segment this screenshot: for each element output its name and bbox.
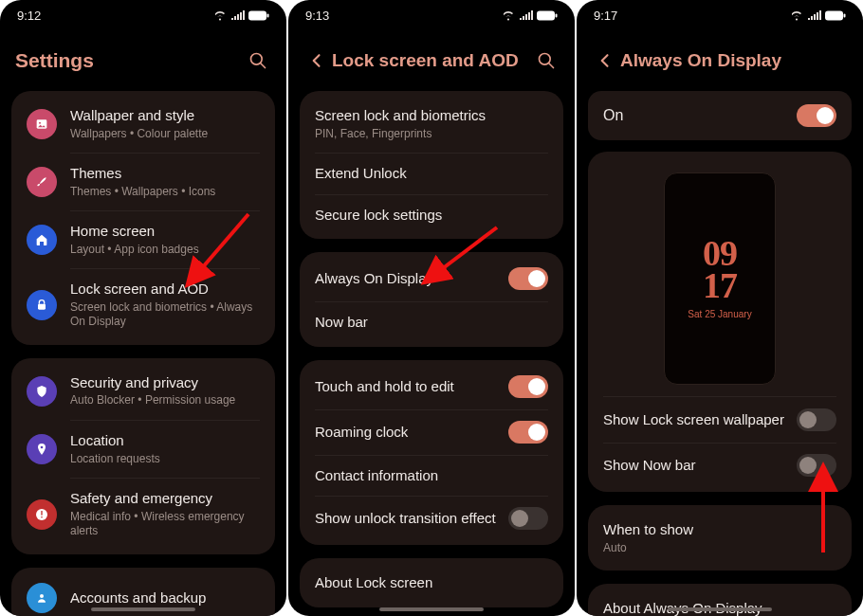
wifi-icon [790, 10, 803, 21]
page-title: Lock screen and AOD [332, 50, 533, 71]
card-security: Security and privacy Auto Blocker • Perm… [11, 358, 275, 554]
status-bar: 9:17 [577, 0, 863, 30]
status-icons [213, 10, 269, 21]
card-aod: Always On Display Now bar [300, 252, 563, 347]
row-about-lockscreen[interactable]: About Lock screen [300, 562, 563, 604]
toggle-master-aod[interactable] [797, 104, 836, 127]
svg-rect-0 [248, 10, 266, 20]
toggle-show-now-bar[interactable] [797, 454, 836, 477]
card-about-lockscreen: About Lock screen [300, 558, 563, 607]
toggle-aod[interactable] [508, 267, 548, 290]
row-show-wallpaper[interactable]: Show Lock screen wallpaper [588, 397, 852, 443]
aod-detail-list[interactable]: 09 17 Sat 25 January Show Lock screen wa… [577, 152, 863, 616]
shield-icon [27, 376, 57, 407]
search-button[interactable] [533, 47, 560, 74]
search-icon [248, 51, 267, 70]
row-safety[interactable]: Safety and emergency Medical info • Wire… [11, 478, 275, 551]
row-secure-lock[interactable]: Secure lock settings [300, 194, 563, 236]
search-icon [537, 51, 556, 70]
page-title: Settings [15, 49, 245, 72]
row-title: Safety and emergency [70, 489, 260, 508]
clock-minutes: 17 [703, 270, 737, 301]
chevron-left-icon [307, 51, 326, 70]
row-title: Screen lock and biometrics [315, 106, 548, 125]
svg-rect-19 [844, 13, 846, 17]
svg-rect-18 [825, 10, 843, 20]
row-contact-info[interactable]: Contact information [300, 455, 563, 497]
row-security[interactable]: Security and privacy Auto Blocker • Perm… [11, 362, 275, 420]
row-biometrics[interactable]: Screen lock and biometrics PIN, Face, Fi… [300, 95, 563, 153]
accounts-icon [27, 583, 57, 613]
clock-date: Sat 25 January [688, 309, 751, 319]
battery-icon [825, 10, 846, 21]
row-about-aod[interactable]: About Always On Display [588, 588, 852, 616]
row-roaming-clock[interactable]: Roaming clock [300, 409, 563, 455]
row-now-bar[interactable]: Now bar [300, 301, 563, 343]
row-title: Lock screen and AOD [70, 280, 260, 299]
row-homescreen[interactable]: Home screen Layout • App icon badges [11, 210, 275, 268]
row-wallpaper[interactable]: Wallpaper and style Wallpapers • Colour … [11, 95, 275, 153]
header: Lock screen and AOD [288, 30, 575, 91]
status-icons [502, 10, 558, 21]
pin-icon [27, 434, 57, 464]
row-title: Now bar [315, 313, 548, 332]
aod-preview[interactable]: 09 17 Sat 25 January [588, 155, 852, 396]
gesture-bar [379, 607, 484, 611]
row-sub: Themes • Wallpapers • Icons [70, 185, 260, 200]
chevron-left-icon [596, 51, 615, 70]
status-time: 9:13 [305, 9, 329, 23]
row-unlock-transition[interactable]: Show unlock transition effect [300, 496, 563, 541]
svg-point-7 [41, 445, 44, 448]
row-title: Accounts and backup [70, 589, 260, 607]
back-button[interactable] [303, 47, 330, 74]
row-when-to-show[interactable]: When to show Auto [588, 509, 852, 567]
settings-list[interactable]: Wallpaper and style Wallpapers • Colour … [0, 91, 286, 616]
header: Settings [0, 30, 286, 91]
row-show-now-bar[interactable]: Show Now bar [588, 443, 852, 488]
row-always-on-display[interactable]: Always On Display [300, 256, 563, 301]
gesture-bar [91, 607, 195, 611]
header: Always On Display [577, 30, 863, 91]
wifi-icon [502, 10, 515, 21]
row-location[interactable]: Location Location requests [11, 420, 275, 478]
toggle-unlock-transition[interactable] [508, 507, 548, 530]
row-title: Show unlock transition effect [315, 509, 501, 528]
lock-icon [27, 290, 57, 320]
signal-icon [807, 10, 821, 21]
search-button[interactable] [245, 47, 271, 74]
status-time: 9:17 [594, 9, 617, 23]
signal-icon [230, 10, 245, 21]
svg-rect-1 [267, 13, 269, 17]
row-touch-hold-edit[interactable]: Touch and hold to edit [300, 364, 563, 409]
row-extend-unlock[interactable]: Extend Unlock [300, 153, 563, 194]
row-title: Roaming clock [315, 423, 501, 442]
row-title: Extend Unlock [315, 164, 548, 183]
row-on-master[interactable]: On [588, 91, 852, 140]
status-icons [790, 10, 846, 21]
status-time: 9:12 [17, 9, 41, 23]
row-title: Themes [70, 164, 260, 183]
toggle-roaming-clock[interactable] [508, 421, 548, 444]
status-bar: 9:12 [0, 0, 286, 30]
svg-rect-10 [41, 516, 42, 517]
lockscreen-list[interactable]: Screen lock and biometrics PIN, Face, Fi… [288, 91, 575, 616]
toggle-show-wallpaper[interactable] [797, 408, 836, 431]
svg-point-5 [39, 121, 41, 123]
row-lockscreen[interactable]: Lock screen and AOD Screen lock and biom… [11, 268, 275, 341]
row-themes[interactable]: Themes Themes • Wallpapers • Icons [11, 153, 275, 210]
row-sub: Medical info • Wireless emergency alerts [70, 510, 260, 539]
row-title: Wallpaper and style [70, 106, 260, 125]
row-title: When to show [603, 520, 836, 539]
row-sub: Wallpapers • Colour palette [70, 127, 260, 142]
row-title: On [603, 106, 789, 126]
row-sub: Location requests [70, 452, 260, 467]
card-aod-preview: 09 17 Sat 25 January Show Lock screen wa… [588, 152, 852, 492]
toggle-touch-hold[interactable] [508, 375, 548, 398]
gesture-bar [668, 607, 772, 611]
svg-rect-9 [41, 511, 42, 516]
row-sub: Auto [603, 541, 836, 556]
row-title: Secure lock settings [315, 206, 548, 225]
back-button[interactable] [592, 47, 618, 74]
brush-icon [27, 167, 57, 197]
row-title: Contact information [315, 466, 548, 485]
